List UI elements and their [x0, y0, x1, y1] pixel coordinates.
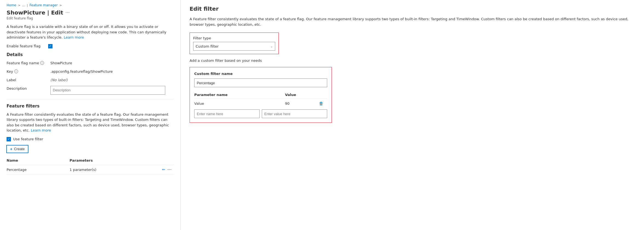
page-subtitle: Edit feature flag: [7, 16, 174, 20]
right-panel: Edit filter A Feature filter consistentl…: [181, 0, 644, 230]
filters-description: A Feature filter consistently evaluates …: [7, 112, 174, 133]
filter-type-value: Custom filter: [196, 44, 219, 48]
filter-type-select[interactable]: Custom filter ⌄: [193, 42, 275, 51]
feature-flag-info-icon[interactable]: i: [40, 61, 44, 65]
breadcrumb-sep1: >: [18, 4, 20, 7]
divider-1: [7, 99, 174, 99]
param-row-name: Value: [194, 99, 285, 109]
create-button[interactable]: + Create: [7, 145, 28, 153]
feature-flag-name-label: Feature flag name i: [7, 60, 50, 65]
plus-icon: +: [10, 147, 12, 151]
filter-type-section: Filter type Custom filter ⌄: [190, 33, 279, 54]
row-name: Percentage: [7, 165, 69, 174]
use-filter-checkbox[interactable]: [7, 137, 11, 141]
param-value-input[interactable]: [262, 109, 327, 118]
enable-checkbox[interactable]: [48, 44, 53, 48]
panel-description: A Feature filter consistently evaluates …: [190, 16, 635, 27]
more-icon[interactable]: ···: [167, 167, 172, 172]
learn-more-link-2[interactable]: Learn more: [31, 128, 51, 132]
param-col-value: Value: [285, 91, 319, 99]
param-name-input[interactable]: [194, 109, 260, 118]
filter-type-label: Filter type: [193, 36, 275, 40]
label-row: Label (No label): [7, 77, 174, 82]
filters-table: Name Parameters Percentage 1 parameter(s…: [7, 156, 174, 175]
breadcrumb-middle: ...: [22, 3, 25, 7]
col-name: Name: [7, 156, 69, 165]
page-title: ShowPicture | Edit: [7, 9, 63, 16]
key-row: Key i .appconfig.featureflag/ShowPicture: [7, 69, 174, 74]
breadcrumb-feature-manager[interactable]: Feature manager: [30, 3, 58, 7]
breadcrumb-sep3: >: [59, 4, 62, 7]
create-button-label: Create: [14, 147, 25, 151]
add-custom-text: Add a custom filter based on your needs: [190, 59, 635, 63]
delete-param-icon[interactable]: 🗑: [319, 101, 323, 106]
details-heading: Details: [7, 52, 174, 57]
edit-icon[interactable]: ✏: [162, 167, 165, 172]
table-row: Percentage 1 parameter(s) ✏ ···: [7, 165, 174, 174]
description-row: Description: [7, 86, 174, 95]
chevron-down-icon: ⌄: [271, 45, 273, 48]
breadcrumb: Home > ... | Feature manager >: [7, 3, 174, 7]
custom-filter-section-title: Custom filter name: [194, 72, 327, 76]
learn-more-link[interactable]: Learn more: [64, 35, 84, 39]
key-info-icon[interactable]: i: [14, 69, 18, 73]
breadcrumb-home[interactable]: Home: [7, 3, 16, 7]
param-col-name: Parameter name: [194, 91, 285, 99]
custom-filter-section: Custom filter name Parameter name Value …: [190, 67, 332, 123]
param-row: Value 90 🗑: [194, 99, 327, 109]
param-row-value: 90: [285, 99, 319, 109]
label-value: (No label): [50, 77, 68, 82]
param-table: Parameter name Value Value 90 🗑: [194, 91, 327, 108]
feature-flag-name-value: ShowPicture: [50, 60, 72, 65]
enable-label: Enable feature flag: [7, 44, 45, 48]
label-label: Label: [7, 77, 50, 82]
edit-filter-title: Edit filter: [190, 5, 635, 12]
col-parameters: Parameters: [69, 156, 152, 165]
param-input-row: [194, 109, 327, 118]
description-input[interactable]: [50, 86, 165, 95]
feature-flag-name-row: Feature flag name i ShowPicture: [7, 60, 174, 65]
enable-feature-row: Enable feature flag: [7, 44, 174, 48]
left-panel: Home > ... | Feature manager > ShowPictu…: [0, 0, 181, 230]
row-parameters: 1 parameter(s): [69, 165, 152, 174]
key-value: .appconfig.featureflag/ShowPicture: [50, 69, 113, 74]
intro-text: A feature flag is a variable with a bina…: [7, 24, 174, 40]
use-filter-label: Use feature filter: [13, 137, 43, 141]
key-label: Key i: [7, 69, 50, 74]
feature-filters-heading: Feature filters: [7, 104, 174, 109]
breadcrumb-sep2: |: [27, 4, 28, 7]
page-title-row: ShowPicture | Edit ···: [7, 9, 174, 16]
use-filter-row: Use feature filter: [7, 137, 174, 141]
description-label: Description: [7, 86, 50, 91]
custom-filter-name-input[interactable]: [194, 78, 327, 87]
page-more-icon[interactable]: ···: [65, 10, 69, 15]
